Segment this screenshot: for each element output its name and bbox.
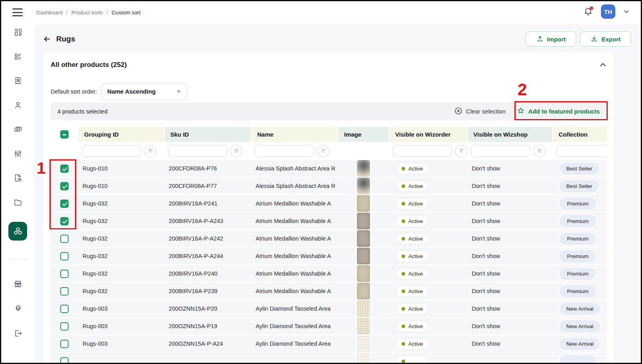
customers-icon[interactable] <box>13 100 23 110</box>
column-header-collection[interactable]: Collection <box>552 127 607 142</box>
cell-grouping-id: Rugs-003 <box>78 318 164 335</box>
table-row: Rugs-010 200CFDR08A-P77 Alessia Splash A… <box>51 178 607 194</box>
active-dot-icon <box>402 254 405 258</box>
payments-icon[interactable] <box>13 125 23 134</box>
dashboard-icon[interactable] <box>13 27 23 37</box>
row-checkbox[interactable] <box>60 357 69 364</box>
filter-funnel-icon[interactable] <box>144 145 156 157</box>
filter-funnel-icon[interactable] <box>230 145 242 157</box>
column-header-image[interactable]: Image <box>338 127 389 142</box>
cell-sku-id <box>164 353 251 364</box>
row-checkbox[interactable] <box>60 322 69 331</box>
row-checkbox[interactable] <box>60 200 69 208</box>
row-checkbox[interactable] <box>60 305 69 313</box>
cell-grouping-id: Rugs-032 <box>78 248 164 264</box>
product-thumbnail <box>357 213 370 229</box>
filter-funnel-icon[interactable] <box>455 145 467 157</box>
column-header-visible-wizorder[interactable]: Visible on Wizorder <box>389 127 467 142</box>
store-icon[interactable] <box>13 279 23 289</box>
notification-dot <box>590 6 593 10</box>
breadcrumb-dashboard[interactable]: Dashboard <box>36 10 63 16</box>
select-caret-icon: ▼ <box>176 89 181 94</box>
filter-funnel-icon[interactable] <box>533 145 546 157</box>
collection-badge: New Arrival <box>559 338 600 350</box>
filter-funnel-icon[interactable] <box>317 145 329 157</box>
row-checkbox[interactable] <box>60 270 69 278</box>
circle-x-icon <box>454 107 463 116</box>
selection-bar: 4 products selected Clear selection Add … <box>51 102 607 120</box>
table-row: Rugs-003 200OZNN15A-P20 Aylin Diamond Ta… <box>51 300 607 317</box>
cell-sku-id: 200OZNN15A-P-A24 <box>164 335 251 352</box>
filter-input-sku-id[interactable] <box>168 145 227 157</box>
back-arrow-icon[interactable] <box>43 35 51 43</box>
status-badge-label: Active <box>408 271 423 277</box>
sort-order-select[interactable]: Name Ascending ▼ <box>101 83 187 100</box>
column-header-sku-id[interactable]: Sku ID <box>164 127 251 142</box>
collection-badge <box>559 355 596 364</box>
clear-selection-button[interactable]: Clear selection <box>454 107 506 116</box>
avatar[interactable]: TH <box>601 4 615 19</box>
row-checkbox[interactable] <box>60 287 69 296</box>
sliders-icon[interactable] <box>13 149 23 159</box>
active-dot-icon <box>402 342 405 346</box>
row-checkbox[interactable] <box>60 252 69 260</box>
breadcrumb-custom-sort: Custom sort <box>112 10 141 16</box>
collection-badge: Premium <box>559 233 596 245</box>
cell-name: Atrium Medallion Washable A <box>251 195 338 212</box>
orders-icon[interactable] <box>13 52 23 61</box>
import-button[interactable]: Import <box>526 31 577 47</box>
status-badge-label: Active <box>408 323 423 329</box>
cell-grouping-id: Rugs-003 <box>78 300 164 317</box>
logout-icon[interactable] <box>13 329 23 338</box>
status-badge: Active <box>396 321 429 332</box>
collection-badge: Premium <box>559 285 596 297</box>
column-header-name[interactable]: Name <box>251 127 338 142</box>
select-all-checkbox[interactable] <box>60 130 69 139</box>
filter-input-grouping-id[interactable] <box>82 145 141 157</box>
row-checkbox[interactable] <box>60 340 69 348</box>
document-history-icon[interactable] <box>13 173 23 183</box>
product-thumbnail <box>357 318 370 335</box>
table-row <box>51 353 607 364</box>
table-filter-row <box>51 142 607 160</box>
cell-name: Atrium Medallion Washable A <box>251 213 338 229</box>
cell-grouping-id <box>78 353 164 364</box>
filter-input-visible-wizshop[interactable] <box>471 145 530 157</box>
filter-input-visible-wizorder[interactable] <box>393 145 452 157</box>
row-checkbox[interactable] <box>60 182 69 190</box>
collection-badge: Premium <box>559 198 596 210</box>
table-row: Rugs-032 200BIRV16A-P241 Atrium Medallio… <box>51 195 607 212</box>
row-checkbox[interactable] <box>60 164 69 173</box>
cell-sku-id: 200BIRV16A-P241 <box>164 195 251 212</box>
table-body: Rugs-010 200CFDR08A-P76 Alessia Splash A… <box>51 160 607 364</box>
settings-icon[interactable] <box>13 304 23 313</box>
folder-icon[interactable] <box>13 198 23 207</box>
chevron-up-icon[interactable] <box>599 61 607 69</box>
table-row: Rugs-003 200OZNN15A-P19 Aylin Diamond Ta… <box>51 318 607 335</box>
column-header-grouping-id[interactable]: Grouping ID <box>78 127 164 142</box>
chevron-down-icon[interactable] <box>623 8 630 15</box>
cell-wizshop: Don't show <box>467 318 552 335</box>
filter-input-name[interactable] <box>255 145 314 157</box>
status-badge-label: Active <box>408 288 423 294</box>
cell-wizshop: Don't show <box>467 300 552 317</box>
invoice-icon[interactable] <box>13 76 23 86</box>
hamburger-icon[interactable] <box>12 8 23 16</box>
bell-icon[interactable] <box>583 6 593 17</box>
status-badge-label: Active <box>408 341 423 347</box>
status-badge: Active <box>396 233 429 245</box>
row-checkbox[interactable] <box>60 235 69 243</box>
star-icon <box>517 107 525 116</box>
breadcrumb-product-tools[interactable]: Product tools <box>71 10 103 16</box>
table-row: Rugs-032 200BIRV16A-P-A244 Atrium Medall… <box>51 248 607 264</box>
main-content: Rugs Import Export All other products (2… <box>34 24 641 363</box>
row-checkbox[interactable] <box>60 217 69 225</box>
status-badge: Active <box>396 180 429 192</box>
add-to-featured-button[interactable]: Add to featured products <box>517 107 600 116</box>
table-header-row: Grouping ID Sku ID Name Image Visible on… <box>51 127 607 142</box>
breadcrumb-separator: / <box>66 9 68 16</box>
products-cube-icon[interactable] <box>8 222 27 241</box>
filter-input-collection[interactable] <box>556 145 607 157</box>
export-button[interactable]: Export <box>580 31 631 47</box>
column-header-visible-wizshop[interactable]: Visible on Wizshop <box>467 127 552 142</box>
